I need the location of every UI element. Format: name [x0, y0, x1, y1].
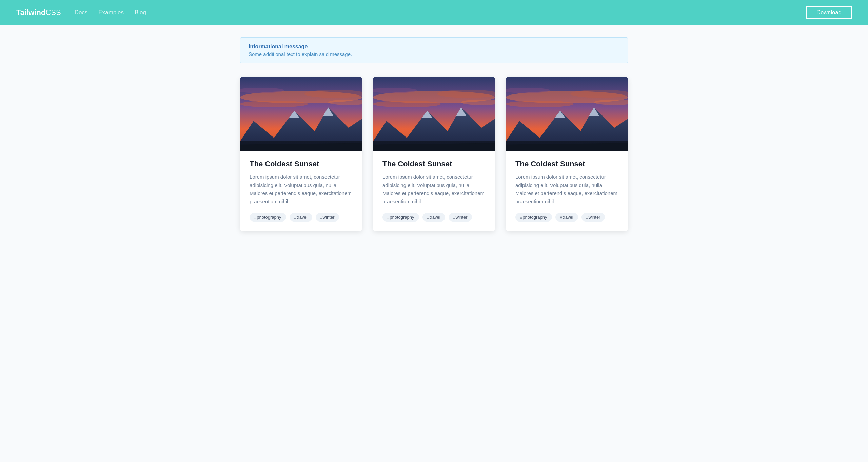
- cards-grid: The Coldest Sunset Lorem ipsum dolor sit…: [240, 77, 628, 231]
- tag-photography-1[interactable]: #photography: [250, 213, 286, 222]
- alert-body: Some additional text to explain said mes…: [249, 51, 619, 57]
- tag-travel-1[interactable]: #travel: [290, 213, 312, 222]
- card-1-image: [240, 77, 362, 151]
- card-1-body: The Coldest Sunset Lorem ipsum dolor sit…: [240, 151, 362, 231]
- card-1-tags: #photography #travel #winter: [250, 213, 353, 222]
- brand-tailwind: Tailwind: [16, 8, 45, 17]
- tag-winter-2[interactable]: #winter: [449, 213, 472, 222]
- card-3-body: The Coldest Sunset Lorem ipsum dolor sit…: [506, 151, 628, 231]
- tag-winter-1[interactable]: #winter: [316, 213, 339, 222]
- card-3-tags: #photography #travel #winter: [515, 213, 618, 222]
- card-3-title: The Coldest Sunset: [515, 160, 618, 168]
- tag-travel-2[interactable]: #travel: [422, 213, 445, 222]
- card-3-text: Lorem ipsum dolor sit amet, consectetur …: [515, 173, 618, 206]
- alert-title: Informational message: [249, 44, 619, 50]
- card-2: The Coldest Sunset Lorem ipsum dolor sit…: [373, 77, 495, 231]
- alert-container: Informational message Some additional te…: [224, 37, 644, 63]
- download-button[interactable]: Download: [806, 6, 852, 19]
- nav-link-examples[interactable]: Examples: [98, 9, 124, 16]
- svg-point-26: [506, 101, 574, 107]
- nav-links: Docs Examples Blog: [75, 9, 807, 16]
- cards-section: The Coldest Sunset Lorem ipsum dolor sit…: [224, 63, 644, 251]
- svg-point-2: [240, 101, 308, 107]
- nav-link-blog[interactable]: Blog: [135, 9, 146, 16]
- tag-photography-3[interactable]: #photography: [515, 213, 552, 222]
- card-1-title: The Coldest Sunset: [250, 160, 353, 168]
- card-1-text: Lorem ipsum dolor sit amet, consectetur …: [250, 173, 353, 206]
- card-3-image: [506, 77, 628, 151]
- tag-photography-2[interactable]: #photography: [382, 213, 419, 222]
- brand-css: CSS: [45, 8, 61, 17]
- card-3: The Coldest Sunset Lorem ipsum dolor sit…: [506, 77, 628, 231]
- nav-link-docs[interactable]: Docs: [75, 9, 88, 16]
- card-2-body: The Coldest Sunset Lorem ipsum dolor sit…: [373, 151, 495, 231]
- alert-banner: Informational message Some additional te…: [240, 37, 628, 63]
- tag-travel-3[interactable]: #travel: [555, 213, 578, 222]
- card-2-tags: #photography #travel #winter: [382, 213, 486, 222]
- card-2-text: Lorem ipsum dolor sit amet, consectetur …: [382, 173, 486, 206]
- card-2-image: [373, 77, 495, 151]
- navbar: Tailwind CSS Docs Examples Blog Download: [0, 0, 868, 25]
- tag-winter-3[interactable]: #winter: [581, 213, 605, 222]
- card-2-title: The Coldest Sunset: [382, 160, 486, 168]
- svg-point-14: [373, 101, 441, 107]
- card-1: The Coldest Sunset Lorem ipsum dolor sit…: [240, 77, 362, 231]
- brand: Tailwind CSS: [16, 8, 61, 17]
